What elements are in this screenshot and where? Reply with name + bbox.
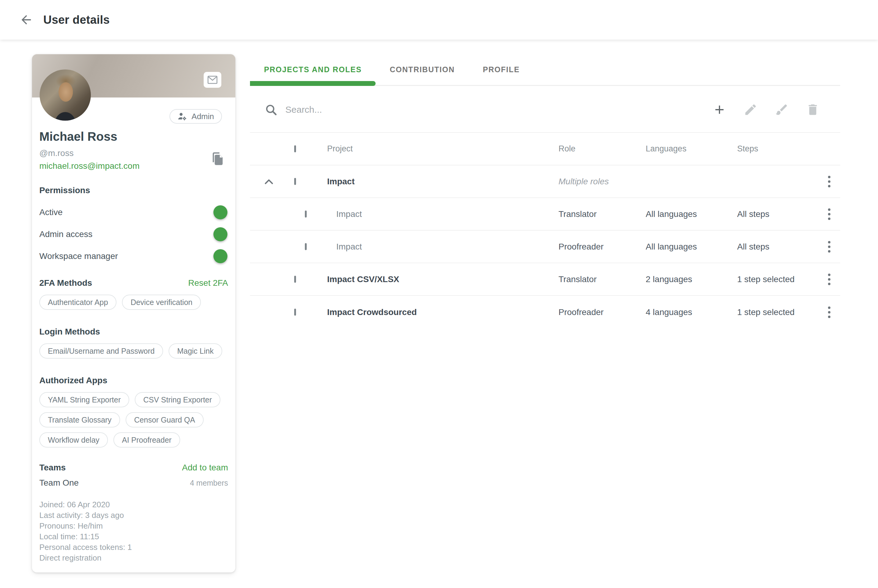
edit-button[interactable] — [743, 102, 758, 117]
add-button[interactable] — [712, 102, 727, 117]
app-chip: AI Proofreader — [113, 432, 180, 447]
authorized-apps-section: Authorized Apps YAML String Exporter CSV… — [32, 376, 235, 447]
login-method-chip: Magic Link — [168, 344, 222, 358]
tab-projects-and-roles[interactable]: PROJECTS AND ROLES — [250, 54, 376, 85]
permissions-section: Permissions Active Admin access Workspac… — [32, 186, 235, 261]
project-name: Impact — [320, 177, 550, 186]
project-steps: 1 step selected — [731, 274, 822, 284]
meta-last-activity: Last activity: 3 days ago — [39, 510, 228, 520]
add-to-team-link[interactable]: Add to team — [182, 463, 228, 472]
back-button[interactable] — [18, 11, 35, 28]
delete-button[interactable] — [806, 102, 820, 117]
send-email-button[interactable] — [204, 72, 221, 88]
app-chip: CSV String Exporter — [135, 392, 220, 407]
search-input[interactable] — [285, 105, 590, 115]
team-name: Team One — [39, 478, 79, 488]
row-menu-button[interactable] — [822, 172, 837, 191]
page-title: User details — [43, 14, 110, 27]
user-name: Michael Ross — [39, 130, 228, 144]
authorized-apps-title: Authorized Apps — [39, 376, 228, 386]
role-badge-label: Admin — [191, 112, 214, 121]
column-header-project: Project — [320, 144, 550, 153]
envelope-icon — [207, 75, 218, 84]
meta-joined: Joined: 06 Apr 2020 — [39, 500, 228, 510]
trash-icon — [806, 103, 820, 117]
row-checkbox[interactable] — [294, 178, 296, 185]
user-handle: @m.ross — [39, 148, 228, 158]
tab-profile[interactable]: PROFILE — [469, 54, 534, 85]
brush-icon — [775, 103, 789, 117]
project-languages: All languages — [639, 209, 731, 219]
project-steps: All steps — [731, 242, 822, 252]
project-role: Translator — [550, 274, 639, 284]
plus-icon — [713, 103, 726, 117]
collapse-row-button[interactable] — [263, 176, 274, 187]
permissions-title: Permissions — [39, 186, 228, 195]
twofa-section: 2FA Methods Reset 2FA Authenticator App … — [32, 278, 235, 310]
active-toggle[interactable] — [203, 208, 226, 217]
project-role: Translator — [550, 209, 639, 219]
twofa-chip: Device verification — [122, 295, 201, 310]
column-header-role: Role — [550, 144, 639, 153]
meta-local-time: Local time: 11:15 — [39, 531, 228, 542]
identity-block: Michael Ross @m.ross michael.ross@impact… — [32, 130, 235, 171]
magnifier-icon — [265, 103, 277, 116]
project-languages: All languages — [639, 242, 731, 252]
user-meta-block: Joined: 06 Apr 2020 Last activity: 3 day… — [39, 500, 228, 563]
tab-contribution[interactable]: CONTRIBUTION — [376, 54, 469, 85]
row-actions-toolbar — [712, 102, 820, 117]
login-methods-section: Login Methods Email/Username and Passwor… — [32, 327, 235, 358]
copy-email-button[interactable] — [209, 149, 226, 168]
table-controls — [250, 98, 840, 121]
projects-table: Project Role Languages Steps Impact Mult… — [250, 132, 840, 328]
chevron-up-icon — [264, 178, 274, 184]
toggle-row-admin-access: Admin access — [39, 230, 228, 239]
manage-accounts-icon — [177, 112, 187, 121]
row-menu-button[interactable] — [822, 204, 837, 224]
workspace-manager-toggle[interactable] — [203, 252, 226, 261]
column-header-steps: Steps — [731, 144, 822, 153]
row-checkbox[interactable] — [305, 210, 307, 218]
table-row-impact-translator: Impact Translator All languages All step… — [250, 198, 840, 231]
project-role: Proofreader — [550, 308, 639, 317]
avatar — [40, 69, 91, 121]
table-header-row: Project Role Languages Steps — [250, 133, 840, 165]
table-row-impact-crowdsourced: Impact Crowdsourced Proofreader 4 langua… — [250, 296, 840, 328]
app-chip: Workflow delay — [39, 432, 108, 447]
row-menu-button[interactable] — [822, 303, 837, 322]
role-badge[interactable]: Admin — [170, 109, 222, 124]
table-row-impact-csv-xlsx: Impact CSV/XLSX Translator 2 languages 1… — [250, 263, 840, 296]
column-header-languages: Languages — [639, 144, 731, 153]
row-checkbox[interactable] — [305, 243, 307, 250]
team-members-count: 4 members — [190, 478, 228, 488]
project-role: Proofreader — [550, 242, 639, 252]
row-checkbox[interactable] — [294, 276, 296, 283]
row-menu-button[interactable] — [822, 237, 837, 256]
user-profile-card: Admin Michael Ross @m.ross michael.ross@… — [32, 54, 235, 573]
row-checkbox[interactable] — [294, 309, 296, 316]
admin-access-toggle[interactable] — [203, 230, 226, 238]
copy-icon — [210, 151, 225, 166]
toggle-label-workspace-manager: Workspace manager — [39, 251, 118, 261]
teams-section: Teams Add to team Team One 4 members Joi… — [32, 463, 235, 563]
project-name: Impact Crowdsourced — [320, 308, 550, 317]
main-content: PROJECTS AND ROLES CONTRIBUTION PROFILE — [250, 54, 840, 328]
project-languages: 2 languages — [639, 274, 731, 284]
table-row-impact-proofreader: Impact Proofreader All languages All ste… — [250, 231, 840, 263]
project-name: Impact — [320, 242, 550, 252]
project-steps: All steps — [731, 209, 822, 219]
search-box[interactable] — [265, 103, 712, 116]
project-steps: 1 step selected — [731, 308, 822, 317]
app-bar: User details — [0, 0, 878, 40]
table-row-group-impact: Impact Multiple roles — [250, 165, 840, 198]
project-role: Multiple roles — [550, 177, 639, 186]
twofa-chip: Authenticator App — [39, 295, 116, 310]
app-chip: Translate Glossary — [39, 412, 120, 428]
user-email-link[interactable]: michael.ross@impact.com — [39, 161, 140, 171]
meta-access-tokens: Personal access tokens: 1 — [39, 542, 228, 553]
row-menu-button[interactable] — [822, 270, 837, 289]
select-all-checkbox[interactable] — [294, 146, 296, 152]
teams-title: Teams — [39, 463, 66, 472]
clean-button[interactable] — [774, 102, 789, 117]
reset-2fa-link[interactable]: Reset 2FA — [188, 278, 228, 288]
